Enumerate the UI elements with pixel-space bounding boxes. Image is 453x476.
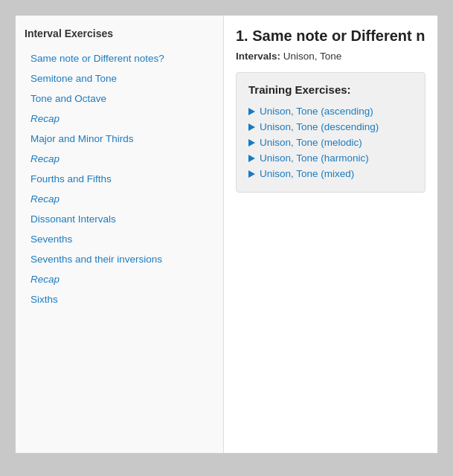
play-icon: [248, 123, 255, 131]
intervals-label: Intervals: Unison, Tone: [236, 51, 425, 62]
sidebar-item-tone-octave[interactable]: Tone and Octave: [25, 89, 214, 109]
intervals-key: Intervals:: [236, 51, 280, 62]
training-link-4[interactable]: Unison, Tone (mixed): [260, 168, 354, 179]
sidebar-item-recap-4[interactable]: Recap: [25, 269, 214, 289]
sidebar-item-recap-3[interactable]: Recap: [25, 189, 214, 209]
training-link-0[interactable]: Unison, Tone (ascending): [260, 106, 373, 117]
sidebar-item-recap-2[interactable]: Recap: [25, 149, 214, 169]
training-link-3[interactable]: Unison, Tone (harmonic): [260, 152, 369, 164]
sidebar-item-sevenths[interactable]: Sevenths: [25, 229, 214, 249]
training-box: Training Exercises: Unison, Tone (ascend…: [236, 72, 425, 193]
sidebar-item-major-minor-thirds[interactable]: Major and Minor Thirds: [25, 129, 214, 149]
page-title: 1. Same note or Different not: [236, 28, 425, 45]
play-icon: [248, 155, 255, 162]
list-item: Unison, Tone (ascending): [248, 103, 413, 119]
main-content: 1. Same note or Different not Intervals:…: [224, 16, 437, 453]
list-item: Unison, Tone (melodic): [248, 135, 413, 150]
intervals-value: Unison, Tone: [283, 51, 342, 62]
play-icon: [248, 170, 255, 178]
sidebar-item-fourths-fifths[interactable]: Fourths and Fifths: [25, 169, 214, 189]
training-title: Training Exercises:: [248, 83, 413, 96]
sidebar-item-sevenths-inv[interactable]: Sevenths and their inversions: [25, 249, 214, 269]
sidebar-item-semitone-tone[interactable]: Semitone and Tone: [25, 68, 214, 89]
list-item: Unison, Tone (mixed): [248, 166, 413, 181]
sidebar: Interval Exercises Same note or Differen…: [16, 16, 224, 453]
sidebar-item-same-note[interactable]: Same note or Different notes?: [25, 48, 214, 68]
list-item: Unison, Tone (descending): [248, 119, 413, 135]
sidebar-item-dissonant[interactable]: Dissonant Intervals: [25, 209, 214, 229]
list-item: Unison, Tone (harmonic): [248, 150, 413, 166]
sidebar-title: Interval Exercises: [25, 28, 214, 39]
training-list: Unison, Tone (ascending) Unison, Tone (d…: [248, 103, 413, 181]
play-icon: [248, 139, 255, 147]
play-icon: [248, 108, 255, 115]
sidebar-item-sixths[interactable]: Sixths: [25, 289, 214, 309]
sidebar-item-recap-1[interactable]: Recap: [25, 109, 214, 129]
training-link-2[interactable]: Unison, Tone (melodic): [260, 137, 362, 148]
training-link-1[interactable]: Unison, Tone (descending): [260, 121, 379, 132]
